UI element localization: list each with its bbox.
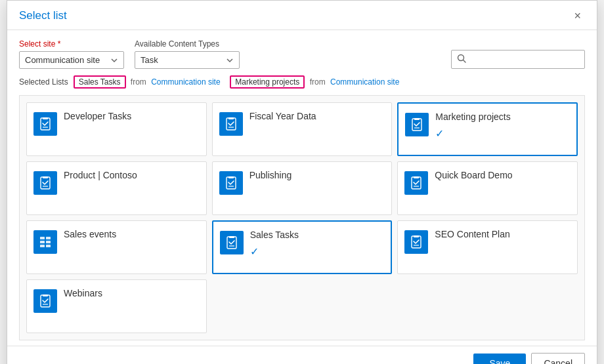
required-marker: *: [58, 39, 61, 49]
save-button[interactable]: Save: [473, 354, 526, 364]
search-box[interactable]: [451, 50, 585, 69]
item-name: Publishing: [249, 170, 292, 180]
cancel-button[interactable]: Cancel: [531, 353, 585, 364]
svg-rect-30: [414, 235, 419, 237]
content-type-label: Available Content Types: [135, 39, 240, 49]
svg-rect-9: [414, 118, 420, 120]
svg-rect-6: [228, 117, 234, 119]
item-name: Product | Contoso: [64, 170, 137, 180]
selected-lists-row: Selected Lists Sales Tasks from Communic…: [19, 75, 585, 89]
selected-lists-label: Selected Lists: [19, 77, 68, 87]
title-suffix: list: [53, 9, 67, 22]
site-field: Select site * Communication site: [19, 39, 124, 69]
svg-rect-15: [228, 176, 234, 178]
close-button[interactable]: ×: [570, 9, 585, 23]
from-text-2: from: [307, 77, 328, 87]
from-text-1: from: [129, 77, 149, 87]
close-icon: ×: [574, 9, 581, 22]
item-name: Quick Board Demo: [435, 170, 512, 180]
svg-rect-18: [414, 176, 419, 178]
content-type-select[interactable]: Task: [135, 51, 240, 69]
svg-rect-22: [40, 241, 45, 243]
list-item[interactable]: SEO Content Plan: [397, 220, 578, 274]
item-name: SEO Content Plan: [435, 229, 509, 239]
separator: [223, 77, 228, 87]
item-name: Webinars: [64, 288, 102, 298]
svg-rect-3: [43, 117, 48, 119]
modal-title: Select list: [19, 9, 67, 22]
task-icon: [33, 289, 57, 313]
svg-rect-27: [229, 236, 234, 238]
task-icon: [404, 230, 428, 254]
content-type-field: Available Content Types Task: [135, 39, 240, 69]
search-input[interactable]: [469, 54, 579, 64]
svg-rect-21: [46, 237, 51, 239]
item-name: Marketing projects: [435, 111, 510, 122]
svg-line-1: [464, 60, 466, 63]
list-grid-area: Developer Tasks Fiscal Year Data Marketi…: [19, 95, 585, 340]
svg-rect-20: [40, 237, 45, 239]
list-item[interactable]: Marketing projects✓: [397, 102, 578, 156]
list-item[interactable]: Product | Contoso: [26, 161, 207, 215]
selected-checkmark: ✓: [250, 245, 299, 258]
item-name: Sales events: [64, 229, 116, 239]
site-link-1[interactable]: Communication site: [151, 77, 220, 87]
list-grid: Developer Tasks Fiscal Year Data Marketi…: [26, 102, 578, 333]
task-icon: [33, 171, 57, 195]
item-name: Developer Tasks: [64, 111, 131, 121]
svg-rect-24: [40, 245, 45, 247]
modal-header: Select list ×: [7, 1, 597, 30]
grid-icon: [33, 230, 57, 254]
selected-tag-sales-tasks[interactable]: Sales Tasks: [74, 75, 126, 89]
svg-rect-33: [43, 294, 48, 296]
list-item[interactable]: Sales events: [26, 220, 207, 274]
title-prefix: Select: [19, 9, 53, 22]
modal-body: Select site * Communication site Availab…: [7, 30, 597, 340]
task-icon: [404, 171, 428, 195]
list-item[interactable]: Fiscal Year Data: [212, 102, 393, 156]
controls-row: Select site * Communication site Availab…: [19, 39, 585, 69]
list-item[interactable]: Developer Tasks: [26, 102, 207, 156]
search-icon: [457, 54, 466, 65]
task-icon: [219, 171, 243, 195]
item-name: Sales Tasks: [250, 230, 299, 240]
svg-rect-12: [43, 176, 48, 178]
task-icon: [220, 231, 244, 254]
modal-footer: Save Cancel: [7, 346, 597, 364]
site-select[interactable]: Communication site: [19, 51, 124, 69]
task-icon: [33, 112, 57, 136]
list-item[interactable]: Publishing: [212, 161, 393, 215]
item-name: Fiscal Year Data: [249, 111, 316, 121]
svg-rect-23: [46, 241, 51, 243]
task-icon: [219, 112, 243, 136]
selected-checkmark: ✓: [435, 127, 510, 140]
site-label: Select site *: [19, 39, 124, 49]
selected-tag-marketing[interactable]: Marketing projects: [230, 75, 305, 89]
select-list-modal: Select list × Select site * Communicatio…: [7, 0, 597, 364]
task-icon: [405, 113, 429, 136]
svg-rect-25: [46, 245, 51, 247]
list-item[interactable]: Webinars: [26, 279, 207, 333]
list-item[interactable]: Quick Board Demo: [397, 161, 578, 215]
site-link-2[interactable]: Communication site: [330, 77, 399, 87]
list-item[interactable]: Sales Tasks✓: [212, 220, 393, 274]
